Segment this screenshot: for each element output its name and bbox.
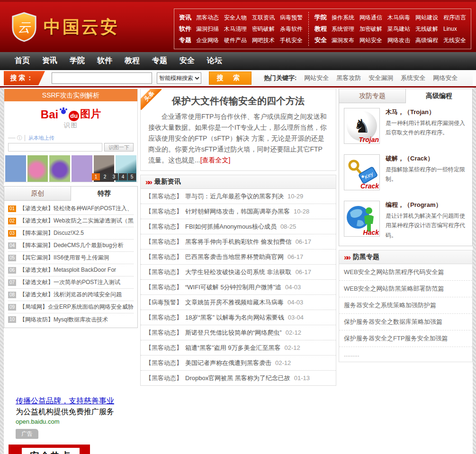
- header-nav-link[interactable]: 企业网络: [196, 37, 219, 44]
- thumbnail[interactable]: [49, 155, 70, 182]
- hot-keyword-link[interactable]: 安全漏洞: [368, 74, 393, 81]
- header-nav-link[interactable]: 无线安全: [443, 37, 466, 44]
- news-link[interactable]: 黑客将手伸向手机购彩软件 偷发扣费信: [185, 238, 292, 245]
- thumbnail[interactable]: [5, 155, 26, 182]
- header-nav-link[interactable]: 网吧技术: [252, 37, 275, 44]
- nav-category[interactable]: 软件: [179, 25, 191, 33]
- thumbnail[interactable]: [27, 155, 48, 182]
- search-button[interactable]: 搜 索: [209, 71, 251, 85]
- header-nav-link[interactable]: 木马病毒: [387, 14, 410, 21]
- article-link[interactable]: 【渗透文献】一次简单的POST注入测试: [19, 278, 120, 286]
- main-nav-item[interactable]: 软件: [91, 56, 118, 66]
- header-nav-link[interactable]: 网络通信: [359, 14, 382, 21]
- globe-person-icon[interactable]: Hack: [344, 201, 380, 237]
- article-link[interactable]: 【渗透文献】Web攻防之二实施渗透测试（黑: [19, 217, 133, 225]
- article-link[interactable]: 【脚本漏洞】DedeCMS几个最新bug分析: [19, 241, 123, 249]
- hot-keyword-link[interactable]: 系统安全: [401, 74, 425, 81]
- header-nav-link[interactable]: 网站建设: [415, 14, 438, 21]
- nav-category[interactable]: 学院: [314, 13, 327, 22]
- antihack-item[interactable]: 保护服务器安全之数据库策略加强篇: [339, 314, 472, 330]
- header-nav-link[interactable]: 病毒预警: [280, 14, 303, 21]
- nav-category[interactable]: 专题: [179, 36, 191, 45]
- news-link[interactable]: Dropbox官网被黑 黑客称为了纪念已故: [185, 374, 290, 382]
- hot-keyword-link[interactable]: 网站安全: [304, 74, 329, 81]
- header-nav-link[interactable]: 手机安全: [280, 37, 303, 44]
- header-nav-link[interactable]: 加密破解: [359, 26, 382, 32]
- header-nav-link[interactable]: 互联资讯: [252, 14, 275, 21]
- baidu-search-input[interactable]: [8, 143, 102, 151]
- search-input[interactable]: [52, 72, 152, 84]
- header-nav-link[interactable]: 安全人物: [224, 14, 247, 21]
- pager-number[interactable]: 1: [92, 173, 100, 180]
- main-nav-item[interactable]: 教程: [118, 56, 146, 66]
- thumbnail[interactable]: [72, 155, 92, 182]
- header-nav-link[interactable]: 漏洞扫描: [196, 26, 219, 32]
- article-link[interactable]: 【网络攻防】Mysql数据库攻击技术: [19, 316, 108, 324]
- slideshow-image[interactable]: Bai du 图片 识图 ── ⓘ │ 从本地上传 识图一下: [4, 101, 137, 182]
- key-crack-icon[interactable]: Key Crack: [344, 154, 380, 190]
- header-nav-link[interactable]: 漏洞发布: [332, 37, 354, 44]
- pager-number[interactable]: 5: [128, 173, 136, 180]
- news-link[interactable]: FBI如何抓捕Anonymous核心成员: [185, 223, 277, 230]
- main-nav-item[interactable]: 首页: [9, 56, 36, 66]
- headline-title[interactable]: 保护大文件传输安全的四个方法: [148, 95, 328, 107]
- slideshow[interactable]: SSRF攻击实例解析 Bai du 图片 识图 ── ⓘ │ 从本地上传: [4, 89, 138, 182]
- article-link[interactable]: 【局域网】企业ERP系统面临的网络安全威胁: [19, 303, 134, 311]
- nav-category[interactable]: 教程: [314, 25, 327, 33]
- main-nav-item[interactable]: 学院: [63, 56, 91, 66]
- main-nav-item[interactable]: 安全: [173, 56, 201, 66]
- news-link[interactable]: 18岁“黑客” 以解毒为名向网站索要钱: [185, 314, 284, 321]
- hot-keyword-link[interactable]: 黑客攻防: [336, 74, 361, 81]
- pager-number[interactable]: 2: [101, 173, 109, 180]
- tab-advanced-programming[interactable]: 高级编程: [406, 89, 472, 103]
- header-nav-link[interactable]: 菜鸟建站: [387, 26, 410, 32]
- antihack-item[interactable]: 服务器安全之系统策略加强防护篇: [339, 297, 472, 314]
- news-link[interactable]: 斯诺登只凭借比较简单的“网络爬虫”: [185, 329, 282, 336]
- antihack-item[interactable]: WEB安全之网站防黑程序代码安全篇: [339, 264, 472, 281]
- trojan-horse-icon[interactable]: ♞ Trojan: [344, 108, 380, 144]
- nav-category[interactable]: 安全: [314, 36, 327, 45]
- antihack-item[interactable]: WEB安全之网站防黑策略部署防范篇: [339, 281, 472, 297]
- tab-original[interactable]: 原创: [4, 187, 71, 200]
- header-nav-link[interactable]: 硬件产品: [224, 37, 247, 44]
- header-nav-link[interactable]: Linux: [443, 26, 457, 32]
- baidu-search-button[interactable]: 识图一下: [104, 143, 134, 151]
- news-link[interactable]: 文章姚笛开房不雅视频暗藏木马病毒: [185, 299, 284, 306]
- header-nav-link[interactable]: 密码破解: [252, 26, 275, 32]
- antihack-item[interactable]: 保护服务器安全之FTP服务安全加强篇: [339, 330, 472, 347]
- header-nav-link[interactable]: 操作系统: [332, 14, 354, 21]
- news-link[interactable]: “WIFI可破解 5分钟控制用户微博”追: [185, 284, 281, 291]
- header-nav-link[interactable]: 高级编程: [415, 37, 438, 44]
- news-link[interactable]: 大学生轻松攻破快递公司系统 非法获取: [185, 268, 292, 276]
- pager-number[interactable]: 4: [119, 173, 127, 180]
- topic-title[interactable]: 破解，（Crack）: [386, 154, 467, 163]
- slideshow-title[interactable]: SSRF攻击实例解析: [4, 89, 137, 101]
- main-nav-item[interactable]: 资讯: [36, 56, 63, 66]
- article-link[interactable]: 【渗透文献】浅析浏览器的跨域安全问题: [19, 291, 122, 299]
- pager-number[interactable]: 3: [110, 173, 118, 180]
- header-nav-link[interactable]: 无线破解: [415, 26, 438, 32]
- tab-featured[interactable]: 特荐: [71, 187, 137, 201]
- tab-attack-defense[interactable]: 攻防专题: [339, 89, 406, 103]
- header-nav-link[interactable]: 木马清理: [224, 26, 247, 32]
- main-nav-item[interactable]: 专题: [146, 56, 173, 66]
- article-link[interactable]: 【渗透文献】轻松绕各种WAF的POST注入、: [19, 205, 133, 213]
- header-nav-link[interactable]: 黑客动态: [196, 14, 219, 21]
- news-link[interactable]: 箱遭“黑客”盗用 9万多美金汇至黑客: [185, 344, 281, 351]
- ad-link[interactable]: 传播公益品牌，支持慈善事业: [16, 397, 114, 405]
- header-nav-link[interactable]: 系统管理: [332, 26, 354, 32]
- search-mode-select[interactable]: 智能模糊搜索: [157, 72, 201, 84]
- read-more-link[interactable]: [查看全文]: [200, 156, 231, 164]
- header-nav-link[interactable]: 网络攻击: [387, 37, 410, 44]
- main-nav-item[interactable]: 论坛: [201, 56, 228, 66]
- header-nav-link[interactable]: 杀毒软件: [280, 26, 303, 32]
- antihack-item[interactable]: .........: [339, 347, 472, 362]
- hot-keyword-link[interactable]: 网络安全: [433, 74, 458, 81]
- header-nav-link[interactable]: 程序语言: [443, 14, 466, 21]
- header-nav-link[interactable]: 网站安全: [359, 37, 382, 44]
- article-link[interactable]: 【其它漏洞】IIS6使用冒号上传漏洞: [19, 254, 109, 262]
- topic-title[interactable]: 编程，（Program）: [386, 201, 467, 209]
- news-link[interactable]: 美国记者声称在俄遭到黑客袭击: [185, 359, 271, 366]
- news-link[interactable]: 巴西黑客袭击当地世界杯赞助商官网: [185, 253, 284, 260]
- upload-link[interactable]: 从本地上传: [28, 135, 54, 141]
